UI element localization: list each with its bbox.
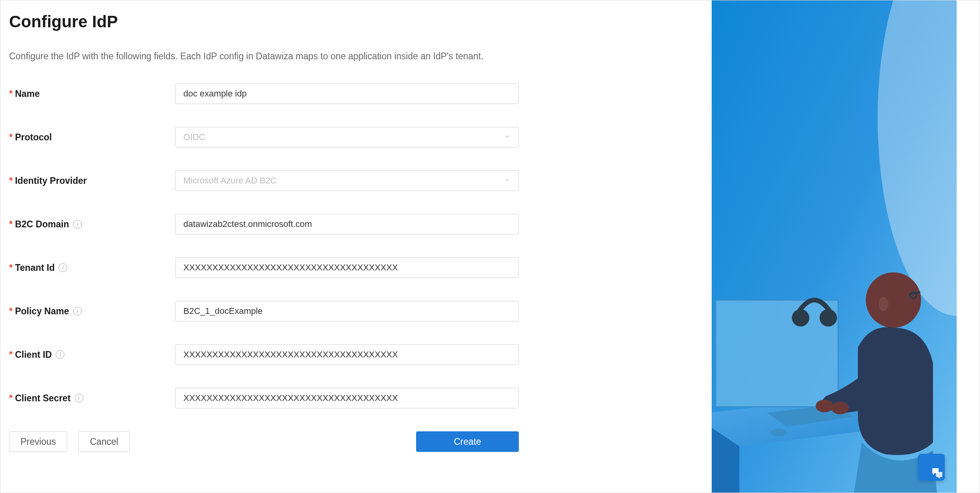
button-row: Previous Cancel Create [9, 431, 519, 452]
tenant-id-input[interactable] [175, 257, 519, 278]
form-row-b2c-domain: * B2C Domain i [9, 214, 700, 234]
info-icon[interactable]: i [73, 307, 82, 315]
client-secret-label-text: Client Secret [15, 393, 71, 404]
required-asterisk-icon: * [9, 132, 13, 143]
info-icon[interactable]: i [75, 394, 83, 402]
b2c-domain-label-text: B2C Domain [15, 219, 69, 230]
form-row-client-secret: * Client Secret i [9, 388, 700, 408]
required-asterisk-icon: * [9, 176, 13, 186]
form-row-name: * Name [9, 83, 700, 104]
tenant-id-label-text: Tenant Id [15, 263, 55, 273]
client-secret-input[interactable] [175, 388, 519, 408]
required-asterisk-icon: * [9, 219, 13, 230]
create-button[interactable]: Create [416, 431, 519, 452]
identity-provider-label: * Identity Provider [9, 176, 175, 186]
required-asterisk-icon: * [9, 393, 13, 404]
form-panel: Configure IdP Configure the IdP with the… [0, 0, 712, 493]
svg-point-11 [831, 402, 849, 414]
svg-point-7 [866, 272, 921, 328]
protocol-select[interactable]: OIDC [175, 127, 519, 147]
b2c-domain-input[interactable] [175, 214, 519, 234]
protocol-select-value: OIDC [183, 132, 205, 142]
form-row-tenant-id: * Tenant Id i [9, 257, 700, 278]
client-secret-label: * Client Secret i [9, 393, 175, 404]
required-asterisk-icon: * [9, 349, 13, 360]
form-row-identity-provider: * Identity Provider Microsoft Azure AD B… [9, 170, 700, 191]
cancel-button[interactable]: Cancel [78, 431, 130, 452]
form-row-policy-name: * Policy Name i [9, 301, 700, 321]
svg-point-4 [771, 429, 787, 436]
page-description: Configure the IdP with the following fie… [9, 51, 700, 62]
protocol-label: * Protocol [9, 132, 175, 143]
svg-point-5 [792, 309, 809, 327]
client-id-input[interactable] [175, 344, 519, 365]
info-icon[interactable]: i [58, 263, 67, 272]
form-row-client-id: * Client ID i [9, 344, 700, 365]
client-id-label: * Client ID i [9, 349, 175, 360]
client-id-label-text: Client ID [15, 349, 52, 360]
info-icon[interactable]: i [73, 220, 82, 229]
tenant-id-label: * Tenant Id i [9, 263, 175, 273]
form-row-protocol: * Protocol OIDC [9, 127, 700, 147]
identity-provider-select[interactable]: Microsoft Azure AD B2C [175, 170, 519, 191]
chevron-down-icon [504, 177, 511, 185]
svg-point-10 [816, 400, 833, 412]
svg-point-8 [879, 297, 888, 311]
name-label-text: Name [15, 89, 40, 99]
chat-button[interactable] [918, 454, 945, 481]
required-asterisk-icon: * [9, 89, 13, 99]
b2c-domain-label: * B2C Domain i [9, 219, 175, 230]
identity-provider-select-value: Microsoft Azure AD B2C [183, 176, 277, 186]
policy-name-label: * Policy Name i [9, 306, 175, 317]
policy-name-label-text: Policy Name [15, 306, 69, 317]
chevron-down-icon [504, 133, 511, 142]
previous-button[interactable]: Previous [9, 431, 67, 452]
required-asterisk-icon: * [9, 306, 13, 317]
name-input[interactable] [175, 83, 519, 104]
info-icon[interactable]: i [56, 350, 64, 359]
page-title: Configure IdP [9, 12, 700, 31]
required-asterisk-icon: * [9, 263, 13, 273]
protocol-label-text: Protocol [15, 132, 52, 143]
illustration-panel [712, 0, 957, 493]
svg-point-6 [820, 309, 837, 327]
policy-name-input[interactable] [175, 301, 519, 321]
name-label: * Name [9, 89, 175, 99]
identity-provider-label-text: Identity Provider [15, 176, 87, 186]
